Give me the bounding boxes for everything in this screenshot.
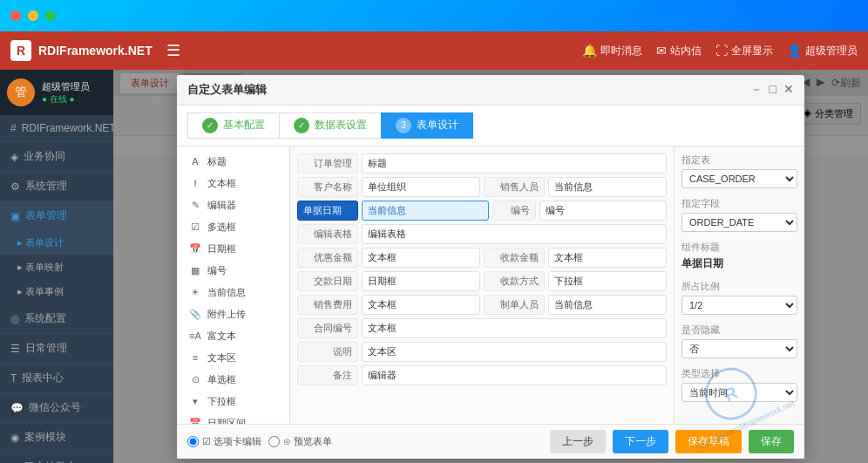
cell-salesman-input[interactable]: 当前信息 xyxy=(548,177,667,197)
rp-select-table[interactable]: CASE_ORDER xyxy=(682,169,797,188)
nav-action-fullscreen[interactable]: ⛶ 全屏显示 xyxy=(715,44,773,58)
palette-textarea-label: 文本区 xyxy=(207,351,236,364)
nav-action-notification[interactable]: 🔔 即时消息 xyxy=(582,44,642,58)
cell-customer-input[interactable]: 单位组织 xyxy=(362,177,480,197)
nav-action-mail[interactable]: ✉ 站内信 xyxy=(656,44,702,58)
cell-edittable-input[interactable]: 编辑表格 xyxy=(362,224,667,244)
nav-action-user[interactable]: 👤 超级管理员 xyxy=(787,44,858,58)
cell-salesexp-input[interactable]: 文本框 xyxy=(362,295,480,315)
example-icon: ◉ xyxy=(10,432,19,444)
cell-maker-input[interactable]: 当前信息 xyxy=(548,295,667,315)
rp-select-type[interactable]: 当前时间 xyxy=(682,383,797,402)
palette-daterange-icon: 📅 xyxy=(187,418,203,424)
tablemanage-icon: ▣ xyxy=(10,210,20,222)
sidebar-item-business[interactable]: ◈ 业务协同 xyxy=(0,142,113,172)
btn-save-draft[interactable]: 保存草稿 xyxy=(675,430,742,453)
sidebar-item-sysconfg[interactable]: ◎ 系统配置 xyxy=(0,304,113,334)
sidebar-item-rdiframework-icon: # xyxy=(10,122,17,134)
btn-save[interactable]: 保存 xyxy=(749,430,794,453)
sidebar-item-sysmanage[interactable]: ⚙ 系统管理 xyxy=(0,172,113,201)
radio-tab-edit[interactable]: ☑ 选项卡编辑 xyxy=(187,435,261,448)
sidebar-item-wechat-label: 微信公众号 xyxy=(29,400,81,415)
title-bar xyxy=(0,0,868,31)
sidebar-item-form-design[interactable]: ▸ 表单设计 xyxy=(0,231,113,255)
palette-textbox[interactable]: I 文本框 xyxy=(182,174,284,194)
palette-serial[interactable]: ▦ 编号 xyxy=(182,261,284,281)
cell-order-input[interactable]: 标题 xyxy=(362,153,667,174)
palette-current-info[interactable]: ☀ 当前信息 xyxy=(182,283,284,303)
sidebar-item-logmanage-label: 日常管理 xyxy=(25,341,67,356)
logmanage-icon: ☰ xyxy=(10,343,20,355)
palette-textarea[interactable]: ≡ 文本区 xyxy=(182,348,284,368)
cell-contract-input[interactable]: 文本框 xyxy=(362,318,667,338)
step3-num: 3 xyxy=(396,118,411,133)
palette-editor-label: 编辑器 xyxy=(207,199,236,212)
sidebar-item-rdiframework-label: RDIFramework.NET xyxy=(22,122,113,134)
rp-select-field[interactable]: ORDER_DATE xyxy=(682,213,797,232)
form-row-6: 交款日期 日期框 收款方式 下拉框 xyxy=(297,271,667,291)
sidebar-item-tablemanage[interactable]: ▣ 表单管理 xyxy=(0,201,113,231)
palette-attachment[interactable]: 📎 附件上传 xyxy=(182,304,284,324)
palette-datepicker[interactable]: 📅 日期框 xyxy=(182,239,284,259)
palette-checkbox[interactable]: ☑ 多选框 xyxy=(182,217,284,237)
palette-daterange[interactable]: 📅 日期区间 xyxy=(182,413,284,424)
sidebar-item-logmanage[interactable]: ☰ 日常管理 xyxy=(0,334,113,364)
sidebar-item-business-label: 业务协同 xyxy=(24,149,65,164)
cell-note-label: 说明 xyxy=(297,342,358,362)
cell-payment-method-input[interactable]: 下拉框 xyxy=(548,271,667,291)
palette-attachment-icon: 📎 xyxy=(187,309,203,320)
form-row-7: 销售费用 文本框 制单人员 当前信息 xyxy=(297,295,667,315)
sidebar-item-form-example[interactable]: ▸ 表单事例 xyxy=(0,280,113,304)
right-panel-section-table: 指定表 CASE_ORDER xyxy=(682,153,797,188)
minimize-dot[interactable] xyxy=(28,10,38,21)
palette-textbox-icon: I xyxy=(187,178,203,188)
step1-label: 基本配置 xyxy=(223,118,265,133)
btn-next[interactable]: 下一步 xyxy=(613,430,668,453)
sidebar-item-report[interactable]: T 报表中心 xyxy=(0,364,113,393)
palette-editor-icon: ✎ xyxy=(187,200,203,211)
cell-date-label[interactable]: 单据日期 xyxy=(297,201,358,221)
wizard-step-2[interactable]: ✓ 数据表设置 xyxy=(279,112,382,139)
palette-serial-icon: ▦ xyxy=(187,265,203,276)
fullscreen-icon: ⛶ xyxy=(715,44,728,58)
radio-preview-input[interactable] xyxy=(268,436,280,447)
cell-num-input[interactable]: 编号 xyxy=(539,201,667,221)
modal-body: A 标题 I 文本框 ✎ 编辑器 ☑ 多选框 xyxy=(177,146,804,424)
palette-dropdown[interactable]: ▾ 下拉框 xyxy=(182,392,284,412)
cell-date-input[interactable]: 当前信息 xyxy=(362,201,489,221)
close-dot[interactable] xyxy=(10,10,21,21)
radio-tab-edit-input[interactable] xyxy=(187,436,199,447)
wizard-step-1[interactable]: ✓ 基本配置 xyxy=(187,112,280,139)
cell-payment-date-input[interactable]: 日期框 xyxy=(362,271,480,291)
maximize-dot[interactable] xyxy=(45,10,56,21)
rp-select-hidden[interactable]: 否 xyxy=(682,339,797,358)
right-panel-section-type: 类型选择 当前时间 xyxy=(682,367,797,402)
sidebar-item-thirdparty[interactable]: ◌ 三方控整合 xyxy=(0,453,113,463)
cell-payment-date-label: 交款日期 xyxy=(297,271,358,291)
sidebar-item-rdiframework[interactable]: # RDIFramework.NET xyxy=(0,115,113,142)
radio-preview[interactable]: ⊙ 预览表单 xyxy=(268,435,332,448)
rp-select-ratio[interactable]: 1/2 xyxy=(682,296,797,315)
palette-richtext[interactable]: ≡A 富文本 xyxy=(182,326,284,346)
btn-prev[interactable]: 上一步 xyxy=(550,430,606,453)
notification-icon: 🔔 xyxy=(582,44,597,58)
sidebar-item-example[interactable]: ◉ 案例模块 xyxy=(0,423,113,453)
menu-icon[interactable]: ☰ xyxy=(166,41,180,60)
sidebar-item-wechat[interactable]: 💬 微信公众号 xyxy=(0,393,113,423)
wizard-step-3[interactable]: 3 表单设计 xyxy=(381,112,473,139)
palette-title[interactable]: A 标题 xyxy=(182,152,284,172)
modal-close-btn[interactable]: ✕ xyxy=(783,82,794,98)
cell-discount-input[interactable]: 文本框 xyxy=(362,248,480,268)
modal-minimize-btn[interactable]: － xyxy=(750,82,763,98)
palette-title-label: 标题 xyxy=(207,155,227,168)
sidebar-item-form-preview[interactable]: ▸ 表单映射 xyxy=(0,255,113,280)
cell-note-input[interactable]: 文本区 xyxy=(362,342,667,362)
palette-radio[interactable]: ⊙ 单选框 xyxy=(182,370,284,390)
palette-attachment-label: 附件上传 xyxy=(207,308,246,321)
report-icon: T xyxy=(10,372,17,385)
palette-editor[interactable]: ✎ 编辑器 xyxy=(182,195,284,215)
cell-remark-input[interactable]: 编辑器 xyxy=(362,365,667,385)
cell-receipt-input[interactable]: 文本框 xyxy=(548,248,667,268)
wechat-icon: 💬 xyxy=(10,402,24,414)
modal-maximize-btn[interactable]: □ xyxy=(770,82,776,98)
